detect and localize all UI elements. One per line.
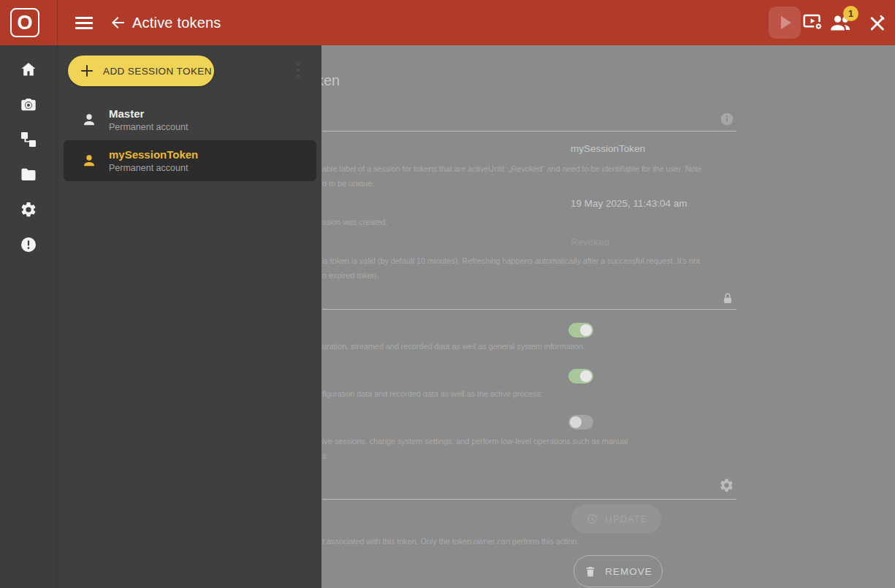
- remove-button-label: REMOVE: [605, 566, 652, 577]
- update-button[interactable]: UPDATE: [571, 505, 661, 533]
- add-session-token-button[interactable]: ADD SESSION TOKEN: [68, 56, 214, 86]
- screen-record-settings-icon[interactable]: [802, 12, 824, 34]
- created-value: 19 May 2025, 11:43:04 am: [571, 198, 688, 209]
- topology-icon[interactable]: [20, 131, 37, 148]
- kebab-menu-icon[interactable]: [294, 63, 302, 77]
- permission-read-description: uration, streamed and recorded data as w…: [322, 342, 585, 351]
- plus-icon: [80, 64, 94, 77]
- tools-icon[interactable]: [867, 13, 887, 33]
- token-label-value: mySessionToken: [571, 143, 645, 154]
- back-arrow-icon[interactable]: [109, 14, 126, 31]
- toggle-track: [568, 415, 593, 429]
- field-underline: [322, 131, 736, 131]
- update-button-label: UPDATE: [606, 513, 648, 524]
- token-list-item-mysessiontoken[interactable]: mySessionToken Permanent account: [64, 140, 316, 181]
- toggle-track: [568, 323, 593, 337]
- app-bar: O Active tokens 1: [0, 0, 895, 45]
- field-underline: [322, 309, 736, 310]
- lock-icon: [721, 291, 734, 306]
- created-description: ssion was created.: [322, 218, 387, 226]
- info-icon[interactable]: [720, 112, 734, 126]
- active-until-description-line1: is token is valid (by default 10 minutes…: [322, 256, 700, 265]
- trash-icon: [584, 565, 597, 579]
- camera-icon[interactable]: [20, 96, 37, 113]
- menu-icon[interactable]: [75, 17, 93, 29]
- toggle-knob: [580, 370, 592, 382]
- token-label-description-line1: able label of a session for tokens that …: [322, 164, 701, 173]
- token-subtitle: Permanent account: [109, 163, 198, 173]
- folder-icon[interactable]: [20, 166, 37, 183]
- page-title: Active tokens: [132, 0, 221, 45]
- notification-badge: 1: [843, 6, 858, 21]
- token-name: Master: [109, 107, 188, 120]
- permission-admin-description-line1: ive sessions, change system settings, an…: [322, 437, 628, 446]
- token-subtitle: Permanent account: [109, 122, 188, 132]
- permission-admin-toggle[interactable]: [568, 415, 593, 429]
- error-icon[interactable]: [20, 236, 37, 253]
- play-button-disabled[interactable]: [769, 7, 801, 39]
- remove-button[interactable]: REMOVE: [574, 555, 663, 587]
- permission-admin-description-line2: s.: [322, 451, 328, 460]
- token-label-description-line2: d to be unique.: [322, 179, 374, 188]
- add-session-token-label: ADD SESSION TOKEN: [103, 66, 212, 77]
- app-logo: O: [10, 8, 39, 37]
- token-name: mySessionToken: [109, 148, 198, 161]
- settings-icon[interactable]: [20, 201, 37, 218]
- divider: [57, 0, 58, 45]
- person-icon: [81, 112, 97, 128]
- home-icon[interactable]: [20, 61, 37, 78]
- toggle-knob: [580, 324, 592, 336]
- token-list-item-master[interactable]: Master Permanent account: [64, 99, 316, 140]
- permission-write-toggle[interactable]: [568, 369, 593, 383]
- field-underline: [322, 499, 736, 500]
- nav-rail: [0, 45, 57, 588]
- permission-write-description: figuration data and recorded data as wel…: [322, 389, 543, 398]
- update-icon: [585, 512, 599, 526]
- play-icon: [781, 16, 791, 29]
- active-until-description-line2: n expired token.: [322, 271, 378, 280]
- active-until-value: Revoked: [571, 237, 609, 248]
- tokens-drawer: ADD SESSION TOKEN Master Permanent accou…: [57, 45, 321, 588]
- permission-read-toggle[interactable]: [568, 323, 593, 337]
- field-gear-icon[interactable]: [719, 478, 734, 493]
- toggle-knob: [570, 416, 582, 428]
- toggle-track: [568, 369, 593, 383]
- person-icon: [81, 153, 97, 169]
- remove-note-fragment: t associated with this token. Only the t…: [322, 537, 579, 546]
